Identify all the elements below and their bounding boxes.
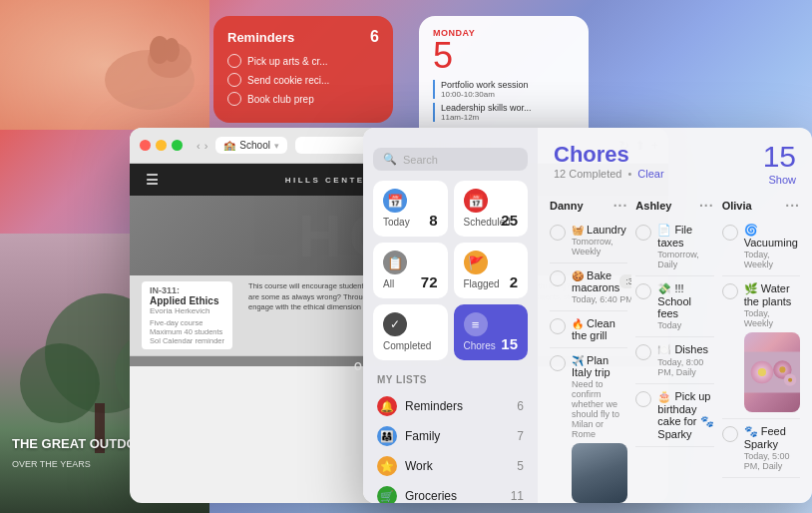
task-macarons: 🍪 Bake macarons :32 Today, 6:40 PM <box>550 269 627 311</box>
ashley-options[interactable]: ··· <box>699 198 714 214</box>
family-list-icon: 👨‍👩‍👧 <box>377 426 397 446</box>
reminders-widget-title: Reminders <box>227 30 294 45</box>
outdoor-subtitle: OVER THE YEARS <box>12 459 91 469</box>
chores-icon: ≡ <box>464 312 488 336</box>
plants-content: 🌿 Water the plants Today, Weekly <box>744 282 800 412</box>
vacuum-checkbox[interactable] <box>722 225 738 241</box>
italy-checkbox[interactable] <box>550 355 566 371</box>
list-item-family[interactable]: 👨‍👩‍👧 Family 7 <box>363 421 538 451</box>
danny-column: Danny ··· 🧺 Laundry Tomorrow, Weekly 🍪 B… <box>546 194 631 503</box>
svg-point-4 <box>164 38 180 62</box>
reminder-checkbox-3 <box>227 92 241 106</box>
olivia-options[interactable]: ··· <box>785 198 800 214</box>
reminder-item-1: Pick up arts & cr... <box>227 54 379 68</box>
olivia-column-header: Olivia ··· <box>722 194 800 218</box>
search-placeholder: Search <box>403 154 438 166</box>
taxes-checkbox[interactable] <box>635 225 651 241</box>
reminder-checkbox-2 <box>227 73 241 87</box>
course-instructor: Evoria Herkevich <box>150 306 224 315</box>
maximize-button[interactable] <box>172 140 183 151</box>
browser-tab[interactable]: 🏫 School ▾ <box>215 137 287 154</box>
subtitle: 12 Completed <box>554 168 622 180</box>
italy-content: ✈️ Plan Italy trip Need to confirm wheth… <box>572 354 627 503</box>
reminders-list-icon: 🔔 <box>377 396 397 416</box>
grill-checkbox[interactable] <box>550 318 566 334</box>
svg-point-18 <box>779 366 785 372</box>
olivia-column: Olivia ··· 🌀 Vacuuming Today, Weekly 🌿 W… <box>718 194 804 503</box>
reminders-sidebar: 🔍 Search 📅 Today 8 📅 Scheduled 25 📋 All … <box>363 128 538 503</box>
smart-list-all[interactable]: 📋 All 72 <box>373 243 448 298</box>
plants-checkbox[interactable] <box>722 283 738 299</box>
work-list-icon: ⭐ <box>377 456 397 476</box>
course-details: Five-day course Maximum 40 students Sol … <box>150 318 224 345</box>
today-icon: 📅 <box>383 189 407 213</box>
smart-list-scheduled[interactable]: 📅 Scheduled 25 <box>454 181 529 237</box>
task-columns: Danny ··· 🧺 Laundry Tomorrow, Weekly 🍪 B… <box>538 194 812 503</box>
task-vacuuming: 🌀 Vacuuming Today, Weekly <box>722 224 800 276</box>
back-button[interactable]: ‹ <box>197 140 201 152</box>
danny-options[interactable]: ··· <box>613 198 628 214</box>
dishes-checkbox[interactable] <box>635 344 651 360</box>
reminder-checkbox-1 <box>227 54 241 68</box>
calendar-event-2: Leadership skills wor... 11am-12m <box>433 103 575 122</box>
school-icon: 🏫 <box>223 140 235 151</box>
sidebar-top-actions <box>363 140 538 148</box>
task-italy: ✈️ Plan Italy trip Need to confirm wheth… <box>550 354 627 503</box>
smart-lists: 📅 Today 8 📅 Scheduled 25 📋 All 72 🚩 Flag… <box>363 181 538 370</box>
italy-photo <box>572 443 627 503</box>
hamburger-icon[interactable]: ☰ <box>146 172 162 188</box>
minimize-button[interactable] <box>156 140 167 151</box>
macarons-checkbox[interactable] <box>550 270 566 286</box>
close-button[interactable] <box>140 140 151 151</box>
clear-button[interactable]: Clear <box>637 168 663 180</box>
tab-chevron-icon: ▾ <box>274 141 279 151</box>
count-area: 15 Show <box>763 142 796 186</box>
sparky-checkbox[interactable] <box>722 426 738 442</box>
laundry-content: 🧺 Laundry Tomorrow, Weekly <box>572 224 627 256</box>
task-school-fees: 💸 !!! School fees Today <box>635 282 713 337</box>
laundry-checkbox[interactable] <box>550 225 566 241</box>
taxes-content: 📄 File taxes Tomorrow, Daily <box>657 224 713 269</box>
chores-title: Chores <box>554 142 763 168</box>
completed-icon: ✓ <box>383 312 407 336</box>
search-bar[interactable]: 🔍 Search <box>373 148 528 171</box>
smart-list-chores[interactable]: ≡ Chores 15 <box>454 304 529 360</box>
task-birthday-cake: 🎂 Pick up birthday cake for 🐾 Sparky <box>635 390 713 447</box>
cake-checkbox[interactable] <box>635 391 651 407</box>
course-name: Applied Ethics <box>150 295 224 306</box>
task-dishes: 🍽️ Dishes Today, 8:00 PM, Daily <box>635 343 713 384</box>
search-icon: 🔍 <box>383 153 397 166</box>
title-area: Chores 12 Completed • Clear <box>554 142 763 180</box>
smart-list-flagged[interactable]: 🚩 Flagged 2 <box>454 243 529 298</box>
reminders-main: Chores 12 Completed • Clear 15 Show Dann… <box>538 128 812 503</box>
calendar-day-number: 5 <box>433 38 575 74</box>
ashley-column: Ashley ··· 📄 File taxes Tomorrow, Daily … <box>631 194 717 503</box>
svg-point-16 <box>757 368 765 376</box>
fees-checkbox[interactable] <box>635 283 651 299</box>
reminders-widget: Reminders 6 Pick up arts & cr... Send co… <box>213 16 393 123</box>
show-button[interactable]: Show <box>763 174 796 186</box>
calendar-event-1: Portfolio work session 10:00-10:30am <box>433 80 575 99</box>
reminders-widget-count: 6 <box>370 28 379 46</box>
flower-photo <box>744 332 800 412</box>
svg-point-20 <box>788 378 792 382</box>
italy-image <box>572 443 627 503</box>
course-code: IN-311: <box>150 285 224 295</box>
list-item-groceries[interactable]: 🛒 Groceries 11 <box>363 481 538 503</box>
reminder-item-3: Book club prep <box>227 92 379 106</box>
fees-content: 💸 !!! School fees Today <box>657 282 713 330</box>
groceries-list-icon: 🛒 <box>377 486 397 503</box>
smart-list-completed[interactable]: ✓ Completed <box>373 304 448 360</box>
grill-content: 🔥 Clean the grill <box>572 317 627 341</box>
subtitle-row: 12 Completed • Clear <box>554 168 763 180</box>
task-taxes: 📄 File taxes Tomorrow, Daily <box>635 224 713 276</box>
forward-button[interactable]: › <box>204 140 208 152</box>
danny-column-header: Danny ··· <box>550 194 627 218</box>
list-item-reminders[interactable]: 🔔 Reminders 6 <box>363 391 538 421</box>
smart-list-today[interactable]: 📅 Today 8 <box>373 181 448 237</box>
calendar-day-label: MONDAY <box>433 28 575 38</box>
flagged-icon: 🚩 <box>464 251 488 274</box>
reminders-app: 🔍 Search 📅 Today 8 📅 Scheduled 25 📋 All … <box>363 128 812 503</box>
browser-nav: ‹ › <box>197 140 207 152</box>
list-item-work[interactable]: ⭐ Work 5 <box>363 451 538 481</box>
